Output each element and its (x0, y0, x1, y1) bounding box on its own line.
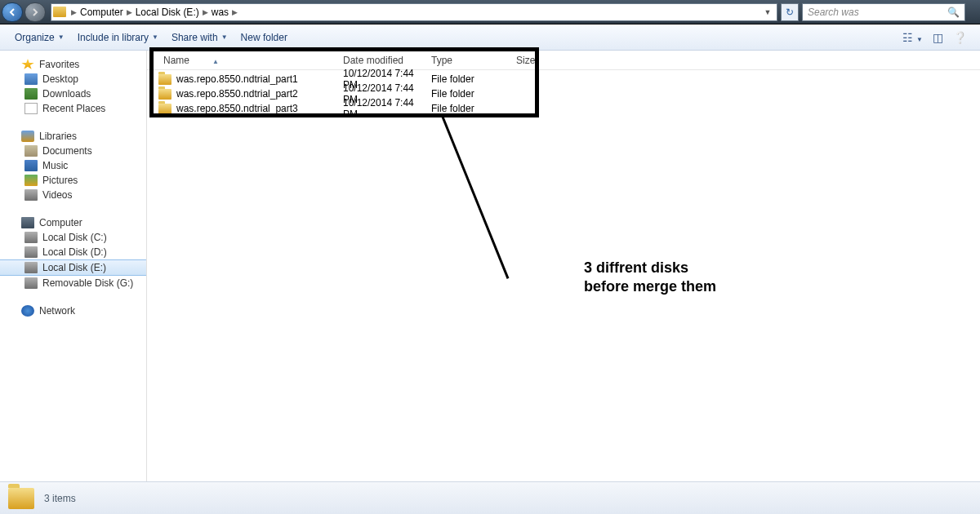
file-name: was.repo.8550.ndtrial_part3 (176, 103, 298, 114)
sidebar-disk-d[interactable]: Local Disk (D:) (0, 245, 146, 259)
disk-icon (24, 232, 38, 243)
sidebar-disk-c[interactable]: Local Disk (C:) (0, 230, 146, 245)
disk-icon (24, 262, 38, 273)
chevron-down-icon: ▼ (152, 33, 158, 41)
address-bar[interactable]: ▶ Computer ▶ Local Disk (E:) ▶ was ▶ ▼ (51, 3, 777, 21)
sidebar-disk-g[interactable]: Removable Disk (G:) (0, 276, 146, 290)
status-text: 3 items (44, 493, 76, 504)
sidebar-pictures[interactable]: Pictures (0, 173, 146, 188)
sort-asc-icon: ▲ (212, 58, 219, 65)
downloads-icon (24, 88, 38, 100)
titlebar: ▶ Computer ▶ Local Disk (E:) ▶ was ▶ ▼ ↻… (0, 0, 980, 24)
navigation-pane: Favorites Desktop Downloads Recent Place… (0, 51, 147, 481)
sidebar-libraries[interactable]: Libraries (0, 129, 146, 144)
nav-back-button[interactable] (2, 2, 23, 22)
new-folder-button[interactable]: New folder (234, 29, 294, 47)
computer-icon (21, 217, 34, 228)
sidebar-computer[interactable]: Computer (0, 215, 146, 230)
annotation-text: 3 diffrent disks before merge them (584, 259, 716, 297)
documents-icon (24, 145, 38, 157)
column-headers: Name▲ Date modified Type Size (147, 51, 980, 70)
breadcrumb-folder[interactable]: was (208, 7, 232, 18)
chevron-right-icon[interactable]: ▶ (71, 8, 77, 16)
column-type[interactable]: Type (425, 55, 510, 66)
file-date: 10/12/2014 7:44 PM (336, 97, 425, 120)
folder-icon (158, 74, 172, 85)
sidebar-disk-e[interactable]: Local Disk (E:) (0, 259, 146, 276)
libraries-icon (21, 131, 34, 142)
file-row[interactable]: was.repo.8550.ndtrial_part1 10/12/2014 7… (147, 72, 980, 86)
file-name: was.repo.8550.ndtrial_part2 (176, 88, 298, 100)
search-placeholder: Search was (808, 7, 859, 18)
sidebar-videos[interactable]: Videos (0, 188, 146, 202)
folder-icon (158, 89, 172, 100)
nav-forward-button[interactable] (24, 2, 46, 22)
chevron-down-icon: ▼ (221, 33, 228, 41)
file-view: Name▲ Date modified Type Size was.repo.8… (147, 51, 980, 481)
sidebar-music[interactable]: Music (0, 158, 146, 173)
network-icon (21, 305, 34, 317)
file-type: File folder (425, 103, 510, 114)
preview-pane-button[interactable]: ◫ (928, 28, 948, 47)
music-icon (24, 160, 38, 171)
sidebar-recent-places[interactable]: Recent Places (0, 101, 146, 116)
organize-button[interactable]: Organize▼ (8, 29, 71, 47)
videos-icon (24, 189, 38, 201)
help-button[interactable]: ❔ (948, 28, 972, 47)
file-row[interactable]: was.repo.8550.ndtrial_part2 10/12/2014 7… (147, 86, 980, 101)
file-name: was.repo.8550.ndtrial_part1 (176, 73, 298, 85)
annotation-line (441, 115, 509, 278)
chevron-right-icon[interactable]: ▶ (127, 8, 132, 16)
column-name[interactable]: Name▲ (147, 55, 336, 66)
file-list: was.repo.8550.ndtrial_part1 10/12/2014 7… (147, 70, 980, 117)
chevron-right-icon[interactable]: ▶ (203, 8, 208, 16)
sidebar-favorites[interactable]: Favorites (0, 57, 146, 72)
refresh-button[interactable]: ↻ (781, 3, 799, 21)
breadcrumb-drive[interactable]: Local Disk (E:) (132, 7, 203, 18)
main-area: Favorites Desktop Downloads Recent Place… (0, 51, 980, 481)
search-input[interactable]: Search was 🔍 (802, 3, 965, 21)
sidebar-network[interactable]: Network (0, 304, 146, 318)
folder-icon (53, 7, 66, 17)
view-options-button[interactable]: ☷ ▼ (898, 28, 928, 47)
disk-icon (24, 277, 38, 289)
sidebar-desktop[interactable]: Desktop (0, 72, 146, 86)
address-dropdown-icon[interactable]: ▼ (760, 8, 775, 16)
column-date[interactable]: Date modified (336, 55, 425, 66)
folder-icon (8, 488, 34, 509)
toolbar: Organize▼ Include in library▼ Share with… (0, 24, 980, 51)
desktop-icon (24, 73, 38, 85)
folder-icon (158, 104, 172, 114)
search-icon: 🔍 (947, 7, 960, 18)
column-size[interactable]: Size (510, 55, 567, 66)
status-bar: 3 items (0, 481, 980, 514)
file-type: File folder (425, 73, 510, 85)
chevron-right-icon[interactable]: ▶ (232, 8, 238, 16)
chevron-down-icon: ▼ (58, 33, 65, 41)
include-in-library-button[interactable]: Include in library▼ (71, 29, 165, 47)
sidebar-downloads[interactable]: Downloads (0, 86, 146, 101)
breadcrumb-computer[interactable]: Computer (77, 7, 127, 18)
file-type: File folder (425, 88, 510, 100)
file-row[interactable]: was.repo.8550.ndtrial_part3 10/12/2014 7… (147, 101, 980, 116)
disk-icon (24, 246, 38, 258)
pictures-icon (24, 175, 38, 186)
recent-icon (24, 103, 38, 114)
star-icon (21, 59, 34, 70)
share-with-button[interactable]: Share with▼ (165, 29, 234, 47)
sidebar-documents[interactable]: Documents (0, 144, 146, 158)
